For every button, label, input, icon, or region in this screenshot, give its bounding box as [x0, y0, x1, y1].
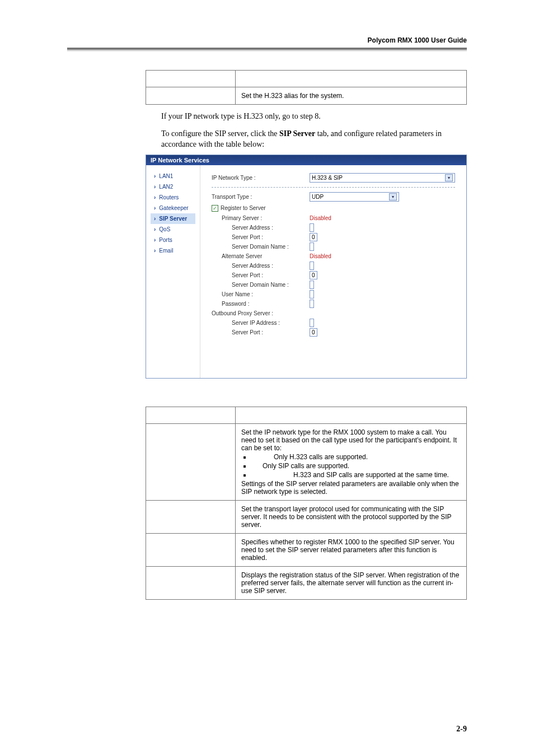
divider — [212, 187, 455, 188]
alternate-server-status: Disabled — [310, 253, 455, 259]
table2-row2-param — [146, 500, 236, 533]
nav-qos[interactable]: ›QoS — [151, 224, 195, 235]
nav-lan2[interactable]: ›LAN2 — [151, 181, 195, 192]
table1-header-desc — [236, 71, 467, 87]
server-domain-label: Server Domain Name : — [212, 244, 310, 250]
chevron-right-icon: › — [154, 237, 156, 243]
password-label: Password : — [212, 301, 310, 307]
ip-network-type-label: IP Network Type : — [212, 175, 310, 181]
primary-server-status: Disabled — [310, 215, 455, 221]
server-ip-input[interactable] — [310, 319, 314, 327]
paragraph-sip-config: To configure the SIP server, click the S… — [161, 129, 467, 150]
out-server-port-input[interactable]: 0 — [310, 328, 317, 337]
nav-sip-server[interactable]: ›SIP Server — [151, 213, 195, 224]
nav-label: Ports — [159, 237, 172, 243]
bullet-sip: Only SIP calls are supported. — [251, 462, 461, 470]
table2-row4-param — [146, 566, 236, 599]
alt-server-port-label: Server Port : — [212, 272, 310, 278]
register-checkbox-label: ✓Register to Server — [212, 205, 310, 212]
table2-row2-desc: Set the transport layer protocol used fo… — [236, 500, 467, 533]
transport-type-label: Transport Type : — [212, 194, 310, 200]
chevron-down-icon: ▾ — [445, 174, 453, 181]
chevron-right-icon: › — [154, 205, 156, 211]
alt-server-port-input[interactable]: 0 — [310, 271, 317, 279]
server-ip-label: Server IP Address : — [212, 320, 310, 326]
table2-header-desc — [236, 407, 467, 423]
bullet-both: H.323 and SIP calls are supported at the… — [251, 471, 461, 479]
server-port-label: Server Port : — [212, 234, 310, 240]
chevron-right-icon: › — [154, 173, 156, 179]
sip-params-table: Set the IP network type for the RMX 1000… — [146, 407, 467, 600]
primary-server-label: Primary Server : — [212, 215, 310, 221]
page-content: Set the H.323 alias for the system. If y… — [146, 70, 467, 600]
username-label: User Name : — [212, 291, 310, 297]
server-domain-input[interactable] — [310, 242, 314, 251]
p2-part-a: To configure the SIP server, click the — [161, 129, 279, 138]
nav-pane: ›LAN1 ›LAN2 ›Routers ›Gatekeeper ›SIP Se… — [146, 165, 200, 378]
nav-lan1[interactable]: ›LAN1 — [151, 171, 195, 181]
nav-email[interactable]: ›Email — [151, 245, 195, 256]
username-input[interactable] — [310, 290, 314, 298]
alt-server-address-label: Server Address : — [212, 263, 310, 269]
form-pane: IP Network Type : H.323 & SIP▾ Transport… — [200, 165, 466, 378]
row1-intro: Set the IP network type for the RMX 1000… — [241, 428, 461, 452]
ip-network-type-select[interactable]: H.323 & SIP▾ — [310, 173, 455, 183]
table1-header-param — [146, 71, 236, 87]
register-label-text: Register to Server — [221, 205, 266, 211]
server-port-input[interactable]: 0 — [310, 233, 317, 241]
transport-type-select[interactable]: UDP▾ — [310, 192, 399, 202]
alternate-server-label: Alternate Server — [212, 253, 310, 259]
nav-label: QoS — [159, 226, 170, 232]
nav-label: Email — [159, 248, 173, 254]
nav-gatekeeper[interactable]: ›Gatekeeper — [151, 203, 195, 213]
nav-ports[interactable]: ›Ports — [151, 235, 195, 245]
chevron-right-icon: › — [154, 226, 156, 232]
chevron-right-icon: › — [154, 248, 156, 254]
header-rule — [67, 48, 467, 51]
page-number: 2-9 — [456, 725, 467, 734]
register-checkbox[interactable]: ✓ — [212, 205, 218, 212]
table2-row1-param — [146, 423, 236, 500]
paragraph-step8: If your IP network type is H.323 only, g… — [161, 111, 467, 122]
table2-row3-desc: Specifies whether to register RMX 1000 t… — [236, 533, 467, 566]
table1-cell-desc: Set the H.323 alias for the system. — [236, 87, 467, 105]
chevron-down-icon: ▾ — [389, 193, 397, 200]
p2-bold: SIP Server — [279, 129, 315, 138]
chevron-right-icon: › — [154, 184, 156, 190]
table2-header-param — [146, 407, 236, 423]
server-address-input[interactable] — [310, 223, 314, 232]
ip-network-services-dialog: IP Network Services ›LAN1 ›LAN2 ›Routers… — [146, 155, 467, 379]
chevron-right-icon: › — [154, 194, 156, 200]
select-value: UDP — [312, 194, 324, 200]
password-input[interactable] — [310, 300, 314, 308]
table2-row3-param — [146, 533, 236, 566]
table2-row1-desc: Set the IP network type for the RMX 1000… — [236, 423, 467, 500]
alias-table: Set the H.323 alias for the system. — [146, 70, 467, 105]
alt-server-address-input[interactable] — [310, 262, 314, 270]
server-address-label: Server Address : — [212, 225, 310, 231]
nav-label: SIP Server — [159, 216, 187, 222]
outbound-proxy-label: Outbound Proxy Server : — [212, 310, 310, 316]
out-server-port-label: Server Port : — [212, 329, 310, 335]
dialog-title: IP Network Services — [146, 155, 466, 165]
nav-label: Routers — [159, 194, 179, 200]
table2-row4-desc: Displays the registration status of the … — [236, 566, 467, 599]
bullet-h323: Only H.323 calls are supported. — [251, 453, 461, 461]
chevron-right-icon: › — [154, 216, 156, 222]
nav-routers[interactable]: ›Routers — [151, 192, 195, 203]
nav-label: LAN2 — [159, 184, 173, 190]
alt-server-domain-label: Server Domain Name : — [212, 282, 310, 288]
alt-server-domain-input[interactable] — [310, 281, 314, 289]
nav-label: Gatekeeper — [159, 205, 188, 211]
row1-outro: Settings of the SIP server related param… — [241, 480, 461, 496]
select-value: H.323 & SIP — [312, 175, 343, 181]
nav-label: LAN1 — [159, 173, 173, 179]
header-guide: Polycom RMX 1000 User Guide — [368, 36, 467, 44]
row1-bullets: Only H.323 calls are supported. Only SIP… — [251, 453, 461, 479]
table1-cell-param — [146, 87, 236, 105]
